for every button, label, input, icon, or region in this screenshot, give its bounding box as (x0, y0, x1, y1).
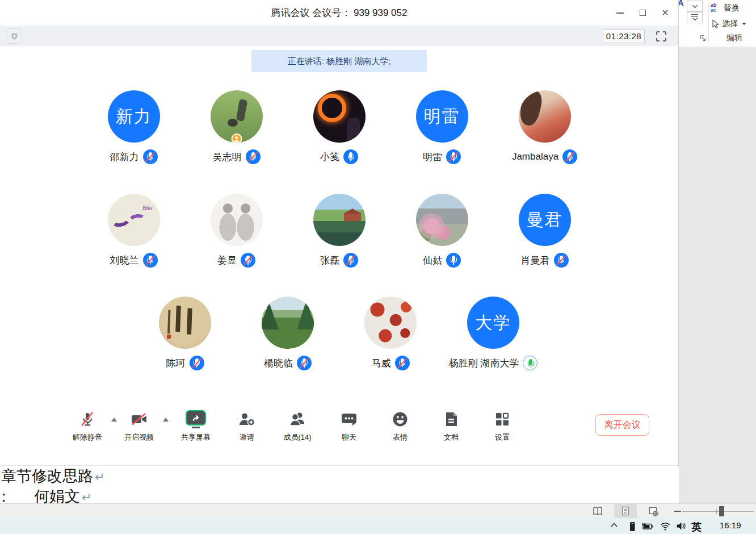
zoom-out-button[interactable] (674, 511, 681, 512)
participant-tile[interactable]: 大学 杨胜刚 湖南大学 (442, 297, 545, 370)
invite-button[interactable]: 邀请 (221, 408, 272, 443)
share-screen-button[interactable]: 共享屏幕 (170, 408, 221, 443)
mic-muted-icon (143, 149, 158, 164)
chevron-down-icon (742, 23, 746, 25)
mic-muted-icon (143, 253, 158, 268)
participant-name: Jambalaya (512, 151, 558, 162)
mic-muted-icon (395, 356, 410, 370)
participant-tile[interactable]: 仙姑 (390, 194, 493, 268)
video-options-caret[interactable] (163, 418, 169, 422)
avatar-photo (262, 297, 314, 349)
speaking-now-banner: 正在讲话: 杨胜刚 湖南大学; (251, 50, 427, 72)
participant-name: 楊晓临 (264, 357, 293, 370)
avatar-photo (211, 194, 263, 246)
avatar: 明雷 (416, 90, 468, 143)
participant-name: 小笺 (320, 151, 339, 164)
replace-button[interactable]: abac 替换 (711, 3, 740, 13)
unmute-button[interactable]: 解除静音 (62, 408, 113, 443)
paragraph-mark: ↵ (82, 491, 92, 503)
editing-group-label: 编辑 (717, 33, 751, 43)
hidden-icons-chevron-icon[interactable] (610, 521, 619, 531)
participant-tile[interactable]: 姜昱 (185, 194, 288, 268)
avatar-photo-text: Bite (142, 205, 152, 211)
participant-name: 刘晓兰 (110, 254, 139, 267)
participant-tile[interactable]: 张磊 (288, 194, 390, 268)
chevron-down-icon (692, 18, 698, 21)
meeting-timer: 01:23:28 (603, 29, 645, 43)
dialog-launcher-icon[interactable] (699, 34, 707, 42)
emoji-button[interactable]: 表情 (375, 408, 426, 443)
zoom-slider-center-tick (716, 509, 717, 514)
participant-name: 明雷 (423, 151, 442, 164)
volume-icon[interactable] (675, 521, 687, 533)
participant-tile[interactable]: 陈珂 (134, 297, 237, 370)
leave-meeting-button[interactable]: 离开会议 (595, 414, 649, 436)
read-mode-button[interactable] (586, 504, 609, 518)
web-layout-icon (648, 506, 659, 517)
participant-tile[interactable]: 曼君 肖曼君 (493, 194, 596, 268)
avatar-photo (519, 90, 571, 143)
document-icon (442, 410, 460, 428)
camera-off-icon (130, 410, 148, 428)
members-icon (288, 410, 307, 428)
fullscreen-button[interactable] (654, 29, 669, 44)
participant-tile[interactable]: Jambalaya (493, 90, 596, 164)
meeting-security-button[interactable] (7, 28, 22, 44)
style-gallery-scroll-down-button[interactable] (687, 1, 703, 12)
docs-button[interactable]: 文档 (426, 408, 477, 443)
tencent-meeting-window: 腾讯会议 会议号： 939 939 052 ✕ 01:23:28 正在讲话: 杨… (0, 0, 679, 466)
meeting-title: 腾讯会议 会议号： 939 939 052 (0, 0, 678, 26)
settings-grid-icon (493, 410, 511, 428)
avatar-photo: Bite (108, 194, 160, 246)
mic-muted-icon (562, 149, 577, 164)
meeting-toolbar: 解除静音 开启视频 共享屏幕 邀请 成员(14) 聊天 (0, 408, 678, 456)
zoom-slider-handle[interactable] (719, 506, 724, 516)
ime-language-indicator[interactable]: 英 (691, 520, 702, 534)
participant-name: 吴志明 (213, 151, 242, 164)
gallery-lines-icon (691, 14, 698, 17)
read-mode-icon (592, 506, 603, 516)
participant-tile[interactable]: 新力 邵新力 (82, 90, 185, 164)
meeting-titlebar[interactable]: 腾讯会议 会议号： 939 939 052 ✕ (0, 0, 678, 26)
maximize-icon (640, 10, 646, 16)
participant-name: 肖曼君 (521, 254, 550, 267)
style-gallery-more-button[interactable] (687, 12, 703, 23)
participant-tile[interactable]: 小笺 (288, 90, 390, 164)
select-button[interactable]: 选择 (711, 19, 746, 29)
participant-name: 陈珂 (166, 357, 186, 370)
replace-label: 替换 (724, 3, 740, 13)
participant-tile[interactable]: 吴志明 (185, 90, 288, 164)
chat-icon (340, 410, 358, 428)
word-status-bar (0, 503, 756, 518)
members-button[interactable]: 成员(14) (272, 408, 323, 443)
invite-icon (237, 410, 257, 428)
minimize-button[interactable] (612, 6, 627, 20)
participant-tile[interactable]: 明雷 明雷 (390, 90, 493, 164)
maximize-button[interactable] (635, 6, 650, 20)
document-text-line: ：何娟文↵ (0, 486, 92, 503)
print-layout-button[interactable] (614, 504, 637, 518)
web-layout-button[interactable] (642, 504, 665, 518)
participant-tile[interactable]: 楊晓临 (237, 297, 339, 370)
avatar-initials: 曼君 (527, 208, 563, 232)
settings-button[interactable]: 设置 (477, 408, 528, 443)
participant-tile[interactable]: 马威 (339, 297, 442, 370)
wifi-icon[interactable] (660, 521, 671, 533)
battery-charging-icon[interactable] (641, 521, 655, 533)
avatar-photo (364, 297, 417, 349)
avatar-initials: 新力 (116, 105, 152, 128)
avatar: 新力 (108, 90, 160, 143)
close-button[interactable]: ✕ (658, 6, 673, 20)
zoom-slider-track[interactable] (682, 511, 754, 512)
participant-name: 邵新力 (110, 151, 139, 164)
ribbon-group-divider (708, 2, 709, 43)
replace-icon: abac (711, 3, 721, 13)
participant-tile[interactable]: Bite 刘晓兰 (82, 194, 185, 268)
device-icon[interactable] (628, 521, 637, 534)
member-badge-icon (231, 134, 242, 144)
emoji-icon (391, 410, 409, 428)
chat-button[interactable]: 聊天 (324, 408, 375, 443)
clock[interactable]: 16:19 (720, 520, 741, 530)
start-video-button[interactable]: 开启视频 (114, 408, 165, 443)
mic-muted-icon (446, 149, 461, 164)
